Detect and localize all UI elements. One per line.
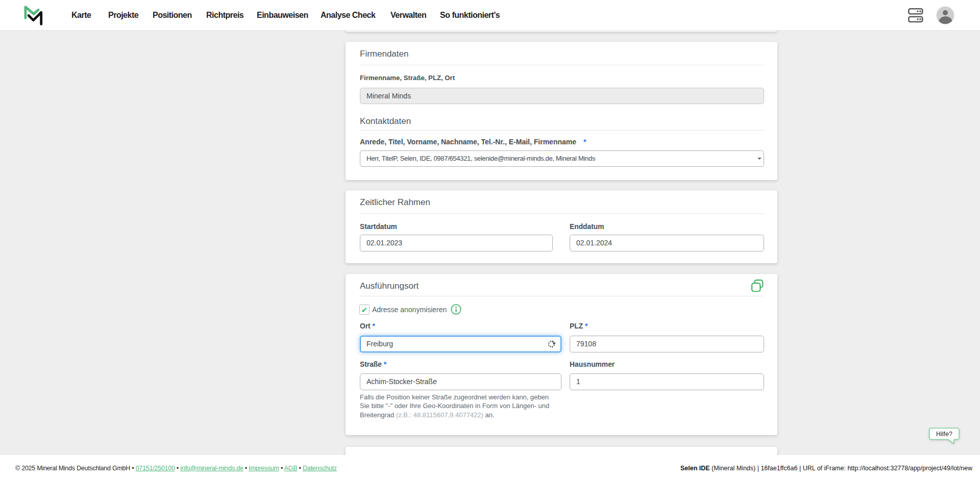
- svg-text:Hilfe?: Hilfe?: [936, 431, 952, 438]
